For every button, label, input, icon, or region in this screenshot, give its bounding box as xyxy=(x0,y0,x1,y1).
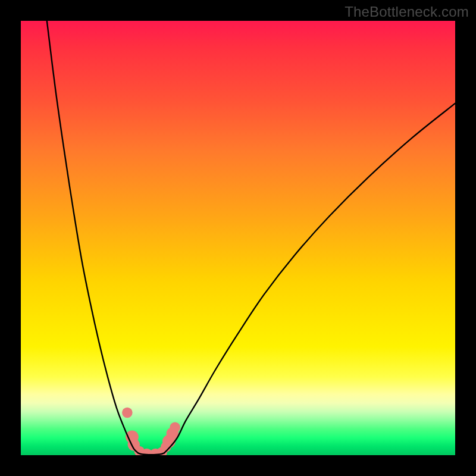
data-markers xyxy=(122,408,180,455)
curve-left-branch xyxy=(47,21,138,453)
chart-frame: TheBottleneck.com xyxy=(0,0,476,476)
curve-right-branch xyxy=(164,104,455,453)
data-marker xyxy=(170,422,180,433)
curve-layer xyxy=(21,21,455,455)
data-marker xyxy=(122,408,133,418)
plot-area xyxy=(21,21,455,455)
watermark-text: TheBottleneck.com xyxy=(345,4,469,20)
